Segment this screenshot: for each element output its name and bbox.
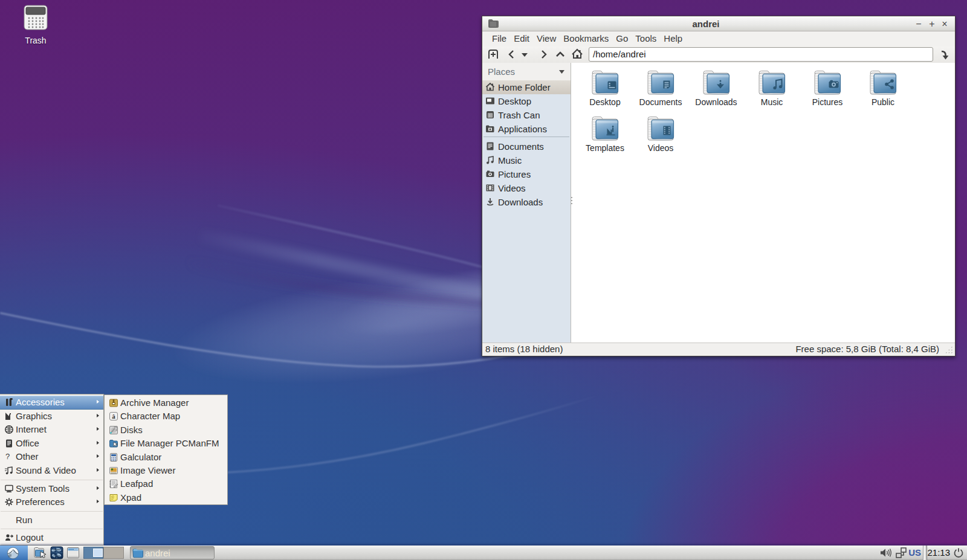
svg-text:â: â — [112, 413, 115, 420]
